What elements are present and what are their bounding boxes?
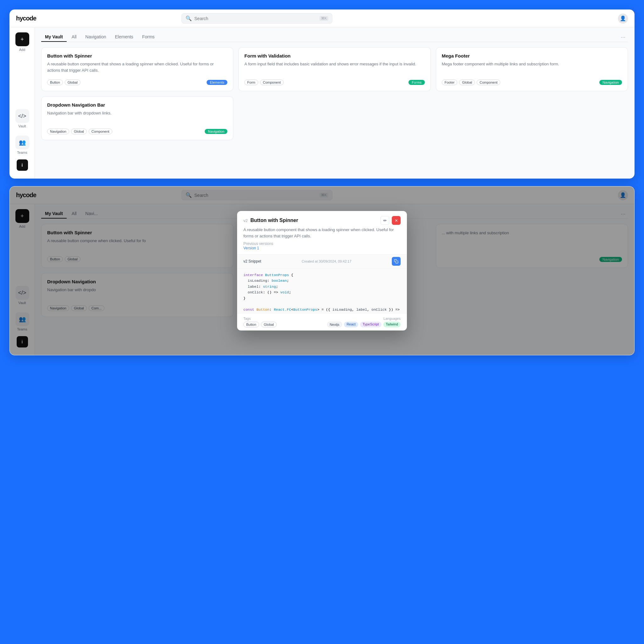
card-desc: A form input field that includes basic v… <box>244 61 425 76</box>
logo: hycode <box>16 15 36 22</box>
add-label: Add <box>19 48 25 52</box>
card-dropdown-nav[interactable]: Dropdown Navigation Bar Navigation bar w… <box>41 96 233 140</box>
tab-all[interactable]: All <box>68 32 81 42</box>
version-1-link[interactable]: Version 1 <box>243 246 401 250</box>
add-button[interactable]: + <box>15 32 29 46</box>
footer-tag-button: Button <box>243 322 259 327</box>
badge-forms: Forms <box>408 80 425 85</box>
modal-header: v2 Button with Spinner ✏ ✕ A reusable bu… <box>237 211 407 254</box>
tag-component: Component <box>89 129 112 134</box>
footer-tag-global: Global <box>261 322 277 327</box>
modal-title-container: v2 Button with Spinner <box>243 218 298 223</box>
card-tags: Footer Global Component Navigation <box>442 80 622 85</box>
sidebar-add-section: + Add <box>15 32 29 52</box>
card-tags: Form Component Forms <box>244 80 425 85</box>
tags-section: Tags Button Global <box>243 317 277 327</box>
badge-navigation: Navigation <box>205 129 227 134</box>
card-desc: A reusable button component that shows a… <box>47 61 227 76</box>
lang-nextjs: Nextjs <box>327 322 342 327</box>
badge-navigation: Navigation <box>599 80 622 85</box>
badge-elements: Elements <box>207 80 227 85</box>
close-button[interactable]: ✕ <box>392 216 401 225</box>
card-tags: Navigation Global Component Navigation <box>47 129 227 134</box>
tab-my-vault[interactable]: My Vault <box>41 32 67 42</box>
teams-label: Teams <box>17 151 27 154</box>
lang-typescript: TypeScript <box>360 322 381 327</box>
tab-forms[interactable]: Forms <box>138 32 158 42</box>
card-title: Form with Validation <box>244 53 425 58</box>
sidebar-item-teams[interactable]: 👥 Teams <box>13 133 32 157</box>
teams-icon: 👥 <box>15 136 29 149</box>
screen-2: hycode 🔍 ⌘K 👤 + Add <box>9 186 635 355</box>
main-layout: + Add </> Vault 👥 Teams i My Vault <box>10 27 634 178</box>
cards-grid: Button with Spinner A reusable button co… <box>41 47 628 140</box>
code-header: v2 Snippet Created at 30/09/2024, 09:42:… <box>237 254 407 269</box>
card-form-validation[interactable]: Form with Validation A form input field … <box>238 47 430 91</box>
vault-label: Vault <box>18 124 26 128</box>
tag-global: Global <box>71 129 87 134</box>
search-icon: 🔍 <box>186 15 192 21</box>
created-meta: Created at 30/09/2024, 09:42:17 <box>302 259 351 263</box>
modal-title-row: v2 Button with Spinner ✏ ✕ <box>243 216 401 225</box>
topbar: hycode 🔍 ⌘K 👤 <box>10 10 634 27</box>
code-line: } <box>243 296 401 301</box>
code-line: onClick: () => void; <box>243 290 401 295</box>
screen-1: hycode 🔍 ⌘K 👤 + Add </> Vault <box>9 9 635 179</box>
tag-footer: Footer <box>442 80 458 85</box>
code-line: interface ButtonProps { <box>243 272 401 278</box>
modal-actions: ✏ ✕ <box>380 216 401 225</box>
card-tags: Button Global Elements <box>47 80 227 85</box>
content-area: My Vault All Navigation Elements Forms ·… <box>35 27 634 178</box>
card-desc: Mega footer component with multiple link… <box>442 61 622 76</box>
card-title: Button with Spinner <box>47 53 227 58</box>
sidebar-item-vault[interactable]: </> Vault <box>13 107 32 130</box>
modal-overlay: v2 Button with Spinner ✏ ✕ A reusable bu… <box>10 186 634 355</box>
tags-label: Tags <box>243 317 277 320</box>
lang-tailwind: Tailwind <box>383 322 401 327</box>
tag-navigation: Navigation <box>47 129 69 134</box>
code-block: interface ButtonProps { isLoading: boole… <box>237 269 407 313</box>
modal: v2 Button with Spinner ✏ ✕ A reusable bu… <box>237 211 407 330</box>
tag-component: Component <box>260 80 284 85</box>
info-button[interactable]: i <box>17 159 28 171</box>
search-input[interactable] <box>194 16 317 21</box>
tab-more-button[interactable]: ··· <box>618 33 628 42</box>
tab-bar: My Vault All Navigation Elements Forms ·… <box>41 32 628 42</box>
created-date: 30/09/2024, 09:42:17 <box>319 259 352 263</box>
tag-button: Button <box>47 80 63 85</box>
card-title: Mega Footer <box>442 53 622 58</box>
card-button-spinner[interactable]: Button with Spinner A reusable button co… <box>41 47 233 91</box>
code-line: isLoading: boolean; <box>243 278 401 284</box>
modal-title: Button with Spinner <box>250 218 298 223</box>
svg-rect-0 <box>396 261 398 263</box>
avatar-button[interactable]: 👤 <box>618 14 628 24</box>
tab-navigation[interactable]: Navigation <box>81 32 110 42</box>
modal-desc: A reusable button component that shows a… <box>243 227 401 239</box>
lang-react: React <box>344 322 358 327</box>
search-bar[interactable]: 🔍 ⌘K <box>181 13 332 24</box>
languages-label: Languages <box>327 317 401 320</box>
search-shortcut: ⌘K <box>319 16 328 21</box>
code-section: v2 Snippet Created at 30/09/2024, 09:42:… <box>237 254 407 313</box>
edit-button[interactable]: ✏ <box>380 216 389 225</box>
topbar-right: 👤 <box>618 14 628 24</box>
card-mega-footer[interactable]: Mega Footer Mega footer component with m… <box>436 47 628 91</box>
copy-button[interactable] <box>392 257 401 266</box>
modal-prev-versions: Previous versions Version 1 <box>243 241 401 250</box>
footer-langs: Nextjs React TypeScript Tailwind <box>327 322 401 327</box>
code-line: label: string; <box>243 284 401 290</box>
vault-icon: </> <box>15 109 29 123</box>
tag-component: Component <box>477 80 500 85</box>
prev-versions-label: Previous versions <box>243 241 401 246</box>
code-line <box>243 301 401 307</box>
card-desc: Navigation bar with dropdown links. <box>47 110 227 125</box>
card-title: Dropdown Navigation Bar <box>47 102 227 108</box>
snippet-label: v2 Snippet <box>243 259 261 264</box>
footer-tags: Button Global <box>243 322 277 327</box>
tag-form: Form <box>244 80 258 85</box>
languages-section: Languages Nextjs React TypeScript Tailwi… <box>327 317 401 327</box>
modal-version: v2 <box>243 218 248 223</box>
code-line: const Button: React.FC<ButtonProps> = ({… <box>243 307 401 313</box>
tag-global: Global <box>459 80 475 85</box>
tab-elements[interactable]: Elements <box>111 32 137 42</box>
